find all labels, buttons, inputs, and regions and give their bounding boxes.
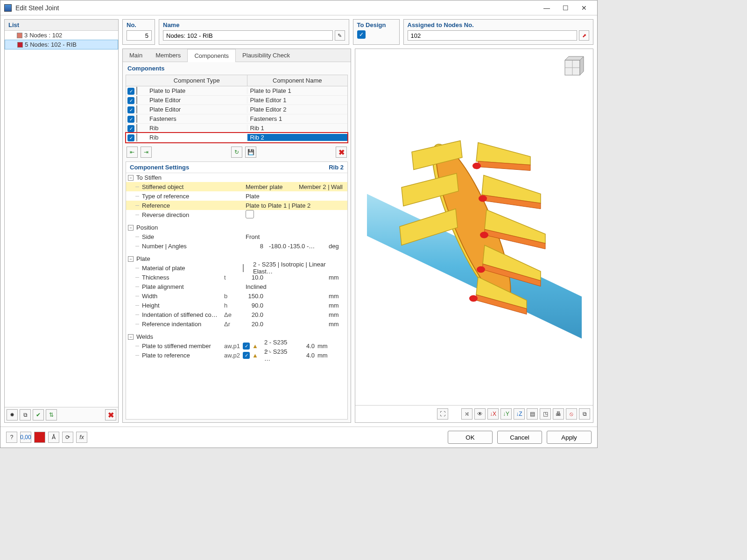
property-row[interactable]: Widthb150.0mm [126,291,347,301]
settings-title: Component Settings [130,164,329,171]
svg-point-24 [477,266,485,273]
insert-before-button[interactable]: ⇤ [127,147,138,158]
name-input[interactable] [163,30,333,41]
refresh-button[interactable]: ↻ [231,147,242,158]
list-items[interactable]: 3Nodes : 1025Nodes: 102 - RIB [5,31,118,407]
view-x-button[interactable]: ↓X [487,408,499,420]
pick-nodes-icon[interactable]: ⬈ [579,30,589,41]
property-row[interactable]: Plate to referenceaw,p2✓▲2 - S235 …4.0mm [126,350,347,360]
bottom-bar: ? 0,00 Ǎ ⟳ fx OK Cancel Apply [0,427,597,448]
property-row[interactable]: Stiffened objectMember plateMember 2 | W… [126,182,347,191]
model-render [367,105,582,349]
property-row[interactable]: Material of plate2 - S235 | Isotropic | … [126,263,347,273]
list-row[interactable]: 5Nodes: 102 - RIB [5,40,118,49]
nav-cube[interactable] [557,55,587,81]
view-eye-button[interactable]: 👁 [474,408,486,420]
viewer-3d[interactable] [355,49,593,405]
insert-after-button[interactable]: ⇥ [141,147,152,158]
new-item-button[interactable]: ✸ [7,409,18,420]
copy-item-button[interactable]: ⧉ [20,409,31,420]
sort-button[interactable]: ⇅ [46,409,57,420]
component-row[interactable]: ✓ RibRib 2 [126,133,347,142]
field-name: Name ✎ [159,19,349,45]
list-panel: List 3Nodes : 1025Nodes: 102 - RIB ✸ ⧉ ✔… [4,19,119,423]
collapse-icon[interactable]: − [128,334,134,340]
component-row[interactable]: ✓ Plate EditorPlate Editor 2 [126,105,347,114]
delete-component-button[interactable]: ✖ [336,147,347,158]
component-row[interactable]: ✓ Plate to PlatePlate to Plate 1 [126,86,347,96]
tab-main[interactable]: Main [123,49,149,62]
center-panel: MainMembersComponentsPlausibility Check … [122,49,351,423]
viewer-toolbar: ⛶ ⤭ 👁 ↓X ↓Y ↓Z ▤ ◳ 🖶 ⦸ ⧉ [355,405,593,422]
delete-item-button[interactable]: ✖ [105,409,116,420]
settings-current: Rib 2 [329,164,344,171]
apply-button[interactable]: Apply [547,431,592,444]
svg-point-25 [469,295,478,301]
field-assigned-nodes: Assigned to Nodes No. ⬈ [403,19,594,45]
no-input[interactable] [127,30,152,41]
collapse-icon[interactable]: − [128,225,134,231]
window-title: Edit Steel Joint [15,4,537,12]
property-row[interactable]: Indentation of stiffened co…Δe20.0mm [126,310,347,319]
settings-body[interactable]: −To StiffenStiffened objectMember plateM… [126,173,347,419]
view-z-button[interactable]: ↓Z [514,408,525,420]
clear-button[interactable]: ⦸ [566,408,577,420]
component-row[interactable]: ✓ Plate EditorPlate Editor 1 [126,96,347,105]
property-row[interactable]: SideFront [126,232,347,241]
close-button[interactable]: ✕ [575,1,593,14]
property-row[interactable]: Number | Angles8-180.0 -135.0 -…deg [126,241,347,251]
cancel-button[interactable]: Cancel [497,431,542,444]
collapse-icon[interactable]: − [128,175,134,181]
nodes-input[interactable] [408,30,578,41]
property-row[interactable]: Heighth90.0mm [126,301,347,310]
text-tool-button[interactable]: Ǎ [48,432,59,443]
field-no: No. [122,19,155,45]
collapse-icon[interactable]: − [128,256,134,262]
tab-plausibility-check[interactable]: Plausibility Check [236,49,296,62]
maximize-button[interactable]: ☐ [556,1,575,14]
ok-button[interactable]: OK [448,431,493,444]
tab-members[interactable]: Members [149,49,187,62]
minimize-button[interactable]: — [537,1,556,14]
property-row[interactable]: Plate alignmentInclined [126,282,347,291]
app-icon [4,4,12,12]
titlebar: Edit Steel Joint — ☐ ✕ [0,0,597,15]
list-row[interactable]: 3Nodes : 102 [5,31,118,40]
property-row[interactable]: Reference indentationΔr20.0mm [126,319,347,329]
property-row[interactable]: ReferencePlate to Plate 1 | Plate 2 [126,201,347,210]
tabs: MainMembersComponentsPlausibility Check [123,49,351,62]
components-title: Components [123,62,351,75]
help-button[interactable]: ? [6,432,17,443]
checkbox[interactable] [246,210,254,218]
component-row[interactable]: ✓ RibRib 1 [126,124,347,133]
sync-button[interactable]: ⟳ [62,432,73,443]
view-y-button[interactable]: ↓Y [500,408,512,420]
property-row[interactable]: Type of referencePlate [126,191,347,201]
components-table: Component Type Component Name ✓ Plate to… [126,75,348,143]
svg-point-21 [472,162,481,169]
print-button[interactable]: 🖶 [553,408,564,420]
tab-components[interactable]: Components [187,49,236,62]
to-design-checkbox[interactable]: ✓ [357,30,366,39]
layers-button[interactable]: ▤ [527,408,538,420]
detach-button[interactable]: ⧉ [579,408,590,420]
formula-button[interactable]: fx [76,432,87,443]
units-button[interactable]: 0,00 [20,432,31,443]
zoom-extents-button[interactable]: ⛶ [437,408,448,420]
svg-point-23 [480,231,488,238]
component-row[interactable]: ✓ FastenersFasteners 1 [126,114,347,124]
solid-view-button[interactable]: ◳ [540,408,551,420]
edit-name-icon[interactable]: ✎ [335,30,345,41]
axis-triad-button[interactable]: ⤭ [461,408,472,420]
check-button[interactable]: ✔ [33,409,44,420]
color-button[interactable] [34,432,45,443]
property-row[interactable]: Reverse direction [126,210,347,219]
save-library-button[interactable]: 💾 [245,147,256,158]
field-to-design: To Design ✓ [353,19,400,45]
viewer-panel: ⛶ ⤭ 👁 ↓X ↓Y ↓Z ▤ ◳ 🖶 ⦸ ⧉ [355,49,593,423]
list-header: List [5,20,118,31]
svg-point-22 [479,195,487,202]
property-row[interactable]: Plate to stiffened memberaw,p1✓▲2 - S235… [126,341,347,350]
